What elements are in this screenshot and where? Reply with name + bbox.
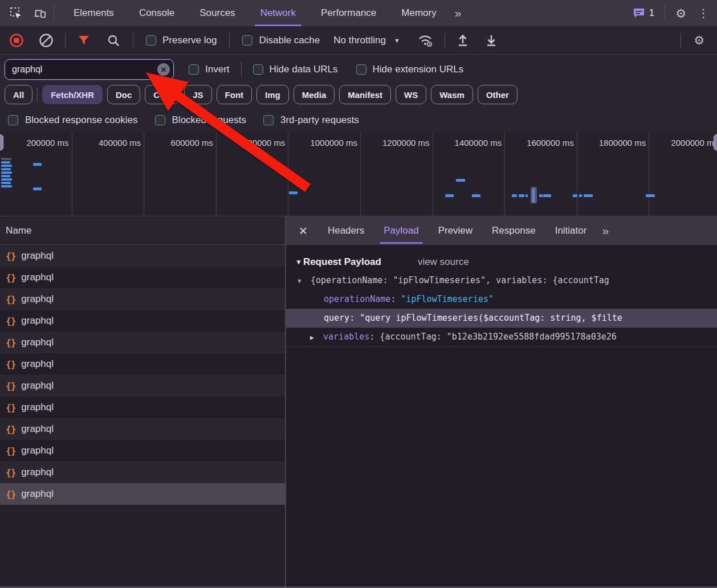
chip-font[interactable]: Font [217, 85, 252, 104]
disable-cache-checkbox[interactable] [242, 35, 252, 46]
chip-other[interactable]: Other [478, 85, 518, 104]
waterfall-bar [1, 172, 12, 174]
table-row[interactable]: {}graphql [0, 418, 285, 440]
view-source-link[interactable]: view source [418, 256, 469, 268]
clear-network-log-icon[interactable] [39, 33, 54, 48]
table-row[interactable]: {}graphql [0, 375, 285, 397]
timeline-markerline [532, 189, 535, 202]
close-icon[interactable]: ✕ [286, 224, 318, 238]
json-braces-icon: {} [6, 337, 15, 348]
record-button[interactable] [9, 33, 24, 48]
clear-filter-icon[interactable]: ✕ [157, 63, 170, 76]
tab-sources[interactable]: Sources [187, 0, 247, 26]
tab-memory[interactable]: Memory [389, 0, 449, 26]
more-detail-tabs-icon[interactable]: » [596, 224, 613, 238]
table-row[interactable]: {}graphql [0, 245, 285, 267]
table-row[interactable]: {}graphql [0, 267, 285, 288]
chip-media[interactable]: Media [294, 85, 335, 104]
payload-key: operationName [324, 294, 390, 304]
json-braces-icon: {} [6, 467, 15, 478]
name-column-header[interactable]: Name [0, 217, 285, 245]
chip-js[interactable]: JS [184, 85, 211, 104]
json-braces-icon: {} [6, 294, 15, 305]
kebab-menu-icon[interactable]: ⋮ [690, 6, 717, 20]
waterfall-bar [646, 194, 655, 197]
blocked-requests-checkbox[interactable] [155, 115, 165, 125]
issues-counter[interactable]: 1 [633, 7, 654, 19]
more-tabs-icon[interactable]: » [449, 6, 466, 20]
hide-data-urls-checkbox[interactable] [253, 64, 263, 75]
chip-all[interactable]: All [5, 85, 32, 104]
tab-headers[interactable]: Headers [318, 217, 374, 245]
divider [65, 33, 66, 48]
network-settings-gear-icon[interactable]: ⚙ [694, 34, 704, 46]
collapse-triangle-icon[interactable]: ▼ [298, 272, 305, 290]
table-row[interactable]: {}graphql [0, 353, 285, 375]
request-name: graphql [21, 272, 54, 283]
tab-network[interactable]: Network [248, 0, 308, 26]
throttling-select[interactable]: No throttling [333, 35, 386, 46]
waterfall-bar [1, 168, 11, 170]
request-name: graphql [21, 380, 54, 391]
hide-extension-urls-label: Hide extension URLs [373, 64, 464, 75]
tab-console[interactable]: Console [127, 0, 187, 26]
hide-extension-urls-checkbox[interactable] [356, 64, 366, 75]
table-row[interactable]: {}graphql [0, 288, 285, 310]
settings-gear-icon[interactable]: ⚙ [672, 7, 690, 19]
chip-manifest[interactable]: Manifest [339, 85, 391, 104]
tab-response[interactable]: Response [482, 217, 545, 245]
request-details-pane: ✕ Headers Payload Preview Response Initi… [286, 217, 717, 588]
table-row[interactable]: {}graphql [0, 332, 285, 353]
chip-img[interactable]: Img [256, 85, 289, 104]
preserve-log-checkbox[interactable] [146, 35, 156, 46]
table-row[interactable]: {}graphql [0, 397, 285, 418]
invert-label: Invert [205, 64, 230, 75]
chevron-down-icon[interactable]: ▼ [394, 37, 400, 44]
table-row[interactable]: {}graphql [0, 462, 285, 483]
chip-ws[interactable]: WS [396, 85, 426, 104]
blocked-cookies-checkbox[interactable] [8, 115, 18, 125]
export-har-icon[interactable] [484, 33, 499, 48]
table-row[interactable]: {}graphql [0, 310, 285, 332]
timeline-scroll-handle-right[interactable] [714, 134, 717, 150]
tab-preview[interactable]: Preview [429, 217, 482, 245]
payload-panel: ▼ Request Payload view source ▼ {operati… [286, 245, 717, 347]
chip-wasm[interactable]: Wasm [431, 85, 473, 104]
filter-toggle-icon[interactable] [77, 34, 91, 47]
payload-operation-row[interactable]: operationName: "ipFlowTimeseries" [286, 290, 717, 309]
invert-checkbox[interactable] [189, 64, 199, 75]
payload-separator: : [349, 313, 360, 323]
tab-initiator[interactable]: Initiator [545, 217, 597, 245]
chip-doc[interactable]: Doc [107, 85, 140, 104]
payload-object-preview: : {accountTag: "b12e3b2192ee5588fdad9951… [369, 332, 616, 342]
search-icon[interactable] [107, 34, 120, 47]
waterfall-bar [456, 179, 465, 182]
expand-triangle-icon[interactable]: ▶ [310, 328, 318, 346]
payload-string-value: "query ipFlowTimeseries($accountTag: str… [360, 313, 622, 323]
tab-payload[interactable]: Payload [374, 217, 428, 245]
chip-css[interactable]: CSS [145, 85, 180, 104]
payload-root-row[interactable]: ▼ {operationName: "ipFlowTimeseries", va… [286, 271, 717, 290]
device-toolbar-icon[interactable] [33, 6, 47, 20]
json-braces-icon: {} [6, 251, 15, 262]
waterfall-bar [579, 194, 582, 197]
table-row[interactable]: {}graphql [0, 440, 285, 462]
timeline-scroll-handle-left[interactable] [0, 134, 3, 150]
waterfall-bar [1, 165, 12, 167]
inspect-element-icon[interactable] [9, 6, 23, 20]
tab-performance[interactable]: Performance [308, 0, 389, 26]
chip-fetch-xhr[interactable]: Fetch/XHR [42, 85, 103, 104]
import-har-icon[interactable] [455, 33, 470, 48]
network-conditions-icon[interactable] [417, 33, 434, 48]
table-row-selected[interactable]: {}graphql [0, 483, 285, 505]
tab-elements[interactable]: Elements [61, 0, 127, 26]
collapse-triangle-icon[interactable]: ▼ [295, 258, 302, 266]
filter-input[interactable] [5, 59, 174, 80]
timeline-overview[interactable]: 200000 ms 400000 ms 600000 ms 800000 ms … [0, 132, 717, 217]
payload-query-row-selected[interactable]: query: "query ipFlowTimeseries($accountT… [286, 309, 717, 328]
waterfall-bar [584, 194, 593, 197]
waterfall-bar [472, 194, 480, 197]
payload-variables-row[interactable]: ▶ variables: {accountTag: "b12e3b2192ee5… [286, 328, 717, 346]
request-name: graphql [21, 250, 54, 262]
third-party-checkbox[interactable] [263, 115, 274, 125]
